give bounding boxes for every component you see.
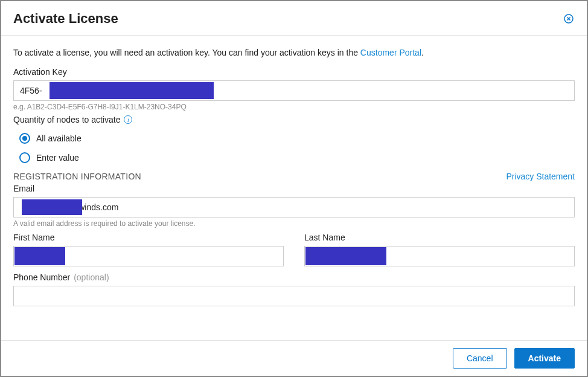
- email-label: Email: [13, 184, 575, 193]
- customer-portal-link[interactable]: Customer Portal: [360, 48, 421, 57]
- phone-optional: (optional): [74, 272, 109, 282]
- dialog-footer: Cancel Activate: [1, 340, 587, 376]
- registration-header-row: REGISTRATION INFORMATION Privacy Stateme…: [13, 172, 575, 181]
- phone-label-row: Phone Number (optional): [13, 272, 575, 282]
- last-name-input[interactable]: [304, 246, 575, 266]
- email-input[interactable]: [13, 197, 575, 218]
- dialog-body: To activate a license, you will need an …: [1, 36, 587, 340]
- cancel-button[interactable]: Cancel: [453, 348, 507, 369]
- intro-text: To activate a license, you will need an …: [13, 48, 575, 57]
- radio-all-available[interactable]: All available: [19, 133, 575, 144]
- activation-key-label: Activation Key: [13, 67, 575, 77]
- radio-all-label: All available: [36, 134, 81, 143]
- first-name-col: First Name: [13, 233, 284, 266]
- quantity-radio-group: All available Enter value: [13, 128, 575, 163]
- registration-header: REGISTRATION INFORMATION: [13, 172, 141, 181]
- first-name-input[interactable]: [13, 246, 284, 266]
- first-name-wrap: [13, 246, 284, 266]
- name-row: First Name Last Name: [13, 233, 575, 266]
- intro-post: .: [421, 48, 424, 57]
- email-wrap: [13, 197, 575, 218]
- phone-input[interactable]: [13, 286, 575, 306]
- activation-key-wrap: [13, 80, 575, 101]
- activate-license-dialog: Activate License To activate a license, …: [0, 0, 588, 377]
- dialog-title: Activate License: [13, 11, 118, 27]
- privacy-statement-link[interactable]: Privacy Statement: [506, 172, 575, 181]
- activation-key-input[interactable]: [13, 80, 575, 101]
- activate-button[interactable]: Activate: [514, 348, 575, 369]
- close-button[interactable]: [563, 13, 575, 25]
- intro-pre: To activate a license, you will need an …: [13, 48, 360, 57]
- dialog-header: Activate License: [1, 1, 587, 36]
- activation-key-hint: e.g. A1B2-C3D4-E5F6-G7H8-I9J1-K1LM-23NO-…: [13, 103, 575, 111]
- last-name-wrap: [304, 246, 575, 266]
- radio-enter-value[interactable]: Enter value: [19, 152, 575, 163]
- last-name-col: Last Name: [304, 233, 575, 266]
- last-name-label: Last Name: [304, 233, 575, 242]
- info-icon[interactable]: i: [124, 115, 132, 124]
- radio-icon-selected: [19, 133, 30, 144]
- radio-enter-label: Enter value: [36, 153, 79, 163]
- first-name-label: First Name: [13, 233, 284, 242]
- quantity-label-row: Quantity of nodes to activate i: [13, 115, 575, 124]
- email-hint: A valid email address is required to act…: [13, 219, 575, 228]
- radio-icon-unselected: [19, 152, 30, 163]
- close-icon: [564, 14, 574, 24]
- phone-label: Phone Number: [13, 272, 70, 282]
- quantity-label: Quantity of nodes to activate: [13, 115, 120, 124]
